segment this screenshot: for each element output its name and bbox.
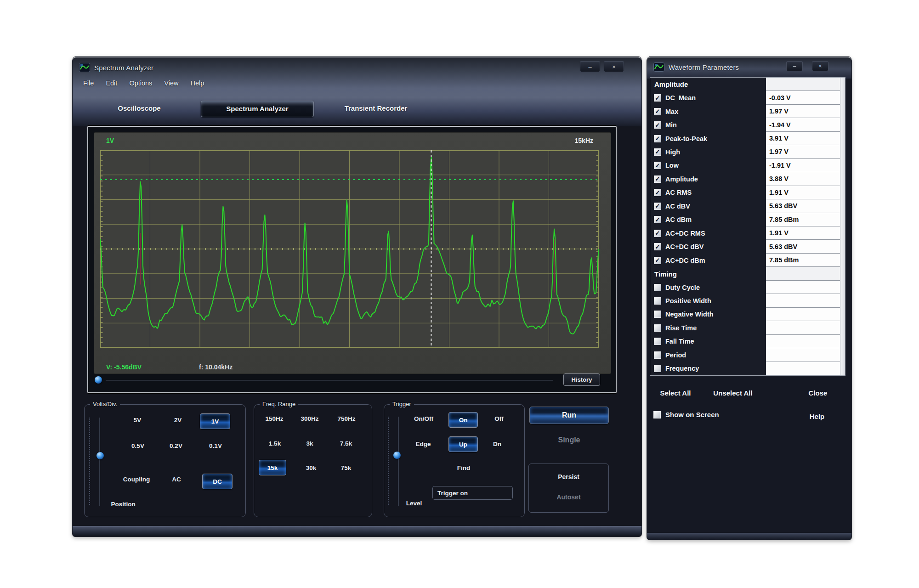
- checkbox-checked-icon[interactable]: ✓: [654, 94, 661, 102]
- position-slider-thumb[interactable]: [96, 452, 104, 459]
- checkbox-unchecked-icon[interactable]: [654, 351, 661, 359]
- checkbox-unchecked-icon[interactable]: [654, 338, 661, 345]
- table-scrollbar[interactable]: [840, 281, 845, 294]
- checkbox-checked-icon[interactable]: ✓: [654, 135, 661, 142]
- trigger-find-button[interactable]: Find: [457, 464, 471, 471]
- table-scrollbar[interactable]: [840, 145, 845, 158]
- show-on-screen-checkbox[interactable]: [653, 411, 661, 418]
- freq-3k-button[interactable]: 3k: [306, 440, 313, 447]
- autoset-button[interactable]: Autoset: [529, 493, 608, 501]
- table-scrollbar[interactable]: [840, 362, 845, 375]
- table-scrollbar[interactable]: [840, 254, 845, 267]
- history-button[interactable]: History: [563, 373, 600, 386]
- checkbox-unchecked-icon[interactable]: [654, 324, 661, 332]
- spectrum-graticule[interactable]: [100, 150, 599, 348]
- persist-button[interactable]: Persist: [529, 473, 608, 481]
- parameter-label-cell: ✓AC+DC dBV: [650, 240, 766, 253]
- checkbox-checked-icon[interactable]: ✓: [654, 230, 661, 237]
- checkbox-unchecked-icon[interactable]: [654, 297, 661, 305]
- volts-01v-button[interactable]: 0.1V: [209, 442, 222, 449]
- history-slider-thumb[interactable]: [95, 376, 102, 384]
- checkbox-checked-icon[interactable]: ✓: [654, 148, 661, 156]
- freq-750hz-button[interactable]: 750Hz: [337, 415, 355, 422]
- menu-help[interactable]: Help: [191, 79, 204, 87]
- wf-minimize-icon[interactable]: –: [786, 61, 803, 71]
- checkbox-unchecked-icon[interactable]: [654, 311, 661, 318]
- table-scrollbar[interactable]: [840, 199, 845, 213]
- table-scrollbar[interactable]: [840, 348, 845, 362]
- trigger-dn-button[interactable]: Dn: [493, 441, 501, 447]
- checkbox-checked-icon[interactable]: ✓: [654, 121, 661, 129]
- menu-edit[interactable]: Edit: [106, 79, 117, 87]
- trigger-on-button-selected[interactable]: On: [448, 412, 478, 428]
- freq-300hz-button[interactable]: 300Hz: [301, 415, 318, 422]
- run-button[interactable]: Run: [529, 407, 609, 424]
- parameter-value: [766, 362, 840, 375]
- checkbox-checked-icon[interactable]: ✓: [654, 216, 661, 223]
- table-scrollbar[interactable]: [840, 240, 845, 253]
- checkbox-checked-icon[interactable]: ✓: [654, 175, 661, 183]
- close-icon[interactable]: ×: [604, 61, 624, 72]
- trigger-off-button[interactable]: Off: [494, 415, 504, 422]
- checkbox-checked-icon[interactable]: ✓: [654, 108, 661, 115]
- checkbox-checked-icon[interactable]: ✓: [654, 189, 661, 196]
- volts-5v-button[interactable]: 5V: [134, 417, 142, 424]
- table-scrollbar[interactable]: [840, 267, 845, 280]
- tab-transient-recorder[interactable]: Transient Recorder: [323, 101, 429, 116]
- wf-close-icon[interactable]: ×: [812, 61, 828, 71]
- menu-file[interactable]: File: [83, 79, 94, 87]
- checkbox-checked-icon[interactable]: ✓: [654, 243, 661, 250]
- table-scrollbar[interactable]: [840, 308, 845, 321]
- trigger-up-button-selected[interactable]: Up: [448, 436, 478, 452]
- checkbox-unchecked-icon[interactable]: [654, 365, 661, 372]
- volts-2v-button[interactable]: 2V: [174, 417, 182, 424]
- level-slider-track[interactable]: [398, 417, 399, 506]
- checkbox-checked-icon[interactable]: ✓: [654, 162, 661, 169]
- close-button[interactable]: Close: [809, 389, 828, 397]
- table-scrollbar[interactable]: [840, 294, 845, 307]
- tab-spectrum-analyzer[interactable]: Spectrum Analyzer: [201, 101, 314, 117]
- table-scrollbar[interactable]: [840, 226, 845, 240]
- table-scrollbar[interactable]: [840, 78, 845, 91]
- table-scrollbar[interactable]: [840, 118, 845, 131]
- wf-title-bar[interactable]: Waveform Parameters – ×: [653, 62, 847, 73]
- menu-options[interactable]: Options: [129, 79, 152, 87]
- unselect-all-button[interactable]: Unselect All: [713, 389, 752, 397]
- table-scrollbar[interactable]: [840, 186, 845, 199]
- trigger-on-field[interactable]: Trigger on: [432, 486, 513, 500]
- volts-02v-button[interactable]: 0.2V: [170, 442, 182, 449]
- table-scrollbar[interactable]: [840, 321, 845, 334]
- level-slider-thumb[interactable]: [393, 452, 401, 459]
- freq-15k-button-selected[interactable]: 15k: [259, 460, 286, 475]
- volts-1v-button-selected[interactable]: 1V: [200, 413, 230, 429]
- freq-75k-button[interactable]: 75k: [341, 464, 352, 471]
- parameter-row: Negative Width: [650, 308, 845, 321]
- help-button[interactable]: Help: [810, 413, 825, 420]
- table-scrollbar[interactable]: [840, 159, 845, 172]
- checkbox-unchecked-icon[interactable]: [654, 284, 661, 291]
- single-button[interactable]: Single: [529, 436, 609, 444]
- volts-05v-button[interactable]: 0.5V: [131, 442, 144, 449]
- freq-30k-button[interactable]: 30k: [306, 464, 317, 471]
- checkbox-checked-icon[interactable]: ✓: [654, 203, 661, 210]
- freq-1-5k-button[interactable]: 1.5k: [269, 440, 281, 447]
- table-scrollbar[interactable]: [840, 105, 845, 118]
- table-scrollbar[interactable]: [840, 213, 845, 226]
- table-scrollbar[interactable]: [840, 91, 845, 104]
- table-scrollbar[interactable]: [840, 335, 845, 348]
- freq-150hz-button[interactable]: 150Hz: [265, 415, 283, 422]
- table-scrollbar[interactable]: [840, 132, 845, 145]
- select-all-button[interactable]: Select All: [660, 389, 691, 397]
- coupling-ac-button[interactable]: AC: [172, 476, 181, 483]
- minimize-icon[interactable]: –: [580, 61, 600, 72]
- history-slider-track[interactable]: [106, 380, 553, 381]
- table-scrollbar[interactable]: [840, 172, 845, 186]
- checkbox-checked-icon[interactable]: ✓: [654, 257, 661, 264]
- parameter-row: Rise Time: [650, 321, 845, 334]
- menu-view[interactable]: View: [164, 79, 178, 87]
- coupling-dc-button-selected[interactable]: DC: [202, 474, 233, 489]
- freq-7-5k-button[interactable]: 7.5k: [340, 440, 352, 447]
- tab-oscilloscope[interactable]: Oscilloscope: [100, 101, 178, 116]
- title-bar[interactable]: Spectrum Analyzer – ×: [79, 61, 635, 74]
- position-slider-track[interactable]: [99, 418, 100, 506]
